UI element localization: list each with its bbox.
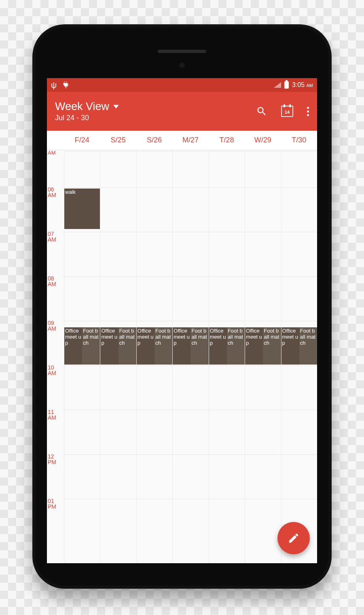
day-header[interactable]: W/29 — [245, 131, 281, 150]
time-label: 07 AM — [48, 231, 63, 242]
today-number: 14 — [285, 110, 290, 115]
event-office-meetup[interactable]: Office meet up — [173, 327, 190, 365]
time-label: 11 AM — [48, 409, 63, 420]
day-header[interactable]: F/24 — [64, 131, 100, 150]
event-office-meetup[interactable]: Office meet up — [64, 327, 82, 365]
day-header[interactable]: S/25 — [100, 131, 136, 150]
calendar-body[interactable]: AM06 AM07 AM08 AM09 AM10 AM11 AM12 PM01 … — [47, 150, 317, 563]
day-column[interactable]: Office meet up Foot ball mat ch — [209, 150, 245, 563]
usb-icon: ψ — [51, 81, 57, 89]
time-label: 01 PM — [48, 498, 63, 509]
day-column[interactable]: Office meet up Foot ball mat ch — [245, 150, 281, 563]
event-walk[interactable]: walk — [64, 189, 100, 229]
day-header[interactable]: T/30 — [281, 131, 317, 150]
event-football-match[interactable]: Foot ball mat ch — [299, 327, 317, 365]
day-column[interactable]: Office meet up Foot ball mat ch — [172, 150, 208, 563]
event-football-match[interactable]: Foot ball mat ch — [227, 327, 245, 365]
search-icon — [256, 106, 267, 117]
status-clock-time: 3:05 — [292, 81, 305, 88]
status-clock-ampm: AM — [307, 83, 313, 88]
phone-camera — [179, 62, 185, 68]
title-dropdown[interactable]: Week View Jul 24 - 30 — [55, 100, 119, 122]
time-label: 09 AM — [48, 320, 63, 331]
screen: ψ 3:05 AM — [47, 78, 317, 563]
event-office-meetup[interactable]: Office meet up — [245, 327, 263, 365]
calendar-today-icon: 14 — [281, 106, 293, 117]
debug-icon — [61, 81, 70, 89]
event-football-match[interactable]: Foot ball mat ch — [190, 327, 208, 365]
time-label: 10 AM — [48, 365, 63, 376]
day-header[interactable]: S/26 — [136, 131, 172, 150]
phone-speaker — [158, 50, 206, 53]
battery-icon — [284, 81, 289, 89]
time-label: 12 PM — [48, 454, 63, 465]
time-label: 08 AM — [48, 276, 63, 287]
event-football-match[interactable]: Foot ball mat ch — [82, 327, 100, 365]
day-column[interactable]: Office meet up Foot ball mat ch — [136, 150, 172, 563]
phone-frame: ψ 3:05 AM — [32, 24, 332, 589]
day-header-row: F/24 S/25 S/26 M/27 T/28 W/29 T/30 — [47, 131, 317, 150]
add-event-fab[interactable] — [277, 522, 310, 554]
time-label: 06 AM — [48, 187, 63, 198]
day-columns: walk Office meet up Foot ball mat ch Off… — [64, 150, 317, 563]
day-column[interactable]: Office meet up Foot ball mat ch — [100, 150, 136, 563]
time-gutter-header — [47, 131, 64, 150]
event-football-match[interactable]: Foot ball mat ch — [263, 327, 281, 365]
dropdown-arrow-icon — [113, 105, 119, 108]
appbar-subtitle: Jul 24 - 30 — [55, 114, 119, 122]
event-office-meetup[interactable]: Office meet up — [281, 327, 299, 365]
event-football-match[interactable]: Foot ball mat ch — [119, 327, 136, 365]
event-office-meetup[interactable]: Office meet up — [137, 327, 154, 365]
time-gutter: AM06 AM07 AM08 AM09 AM10 AM11 AM12 PM01 … — [47, 150, 64, 563]
event-office-meetup[interactable]: Office meet up — [100, 327, 118, 365]
overflow-menu-button[interactable] — [307, 107, 309, 116]
day-header[interactable]: M/27 — [172, 131, 208, 150]
search-button[interactable] — [256, 106, 267, 117]
appbar-title: Week View — [55, 100, 109, 113]
signal-icon — [274, 82, 281, 88]
event-office-meetup[interactable]: Office meet up — [209, 327, 227, 365]
status-clock: 3:05 AM — [292, 81, 313, 89]
phone-inner: ψ 3:05 AM — [36, 28, 328, 585]
day-header[interactable]: T/28 — [209, 131, 245, 150]
event-football-match[interactable]: Foot ball mat ch — [154, 327, 172, 365]
overflow-menu-icon — [307, 107, 309, 116]
time-label: AM — [48, 150, 63, 155]
status-bar: ψ 3:05 AM — [47, 78, 317, 92]
day-column[interactable]: walk Office meet up Foot ball mat ch — [64, 150, 100, 563]
app-bar: Week View Jul 24 - 30 14 — [47, 92, 317, 131]
day-column[interactable]: Office meet up Foot ball mat ch — [281, 150, 317, 563]
edit-icon — [288, 532, 300, 544]
today-button[interactable]: 14 — [281, 106, 293, 117]
